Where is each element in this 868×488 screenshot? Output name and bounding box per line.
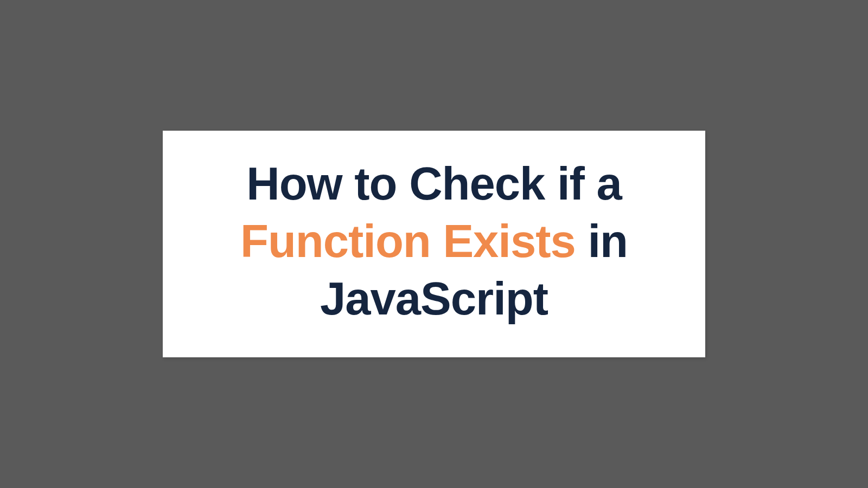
main-title: How to Check if a Function Exists in Jav… xyxy=(195,155,673,328)
title-card: How to Check if a Function Exists in Jav… xyxy=(163,131,705,358)
title-highlight: Function Exists xyxy=(240,215,576,267)
title-line-1: How to Check if a xyxy=(246,158,621,209)
title-line-3: JavaScript xyxy=(320,273,548,324)
title-line-2-suffix: in xyxy=(576,215,628,267)
